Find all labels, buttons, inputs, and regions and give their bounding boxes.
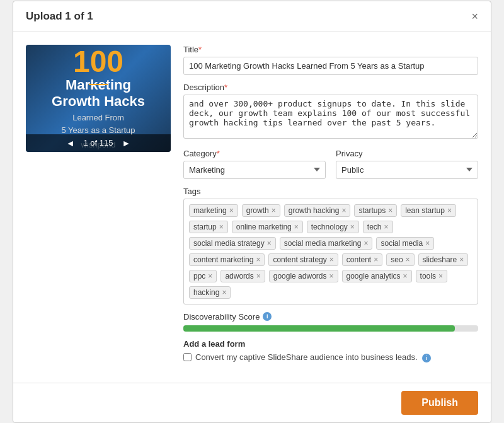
list-item: content strategy× (268, 253, 338, 266)
title-field-group: Title* (183, 45, 478, 75)
tag-remove-icon[interactable]: × (364, 240, 368, 247)
list-item: startups× (354, 204, 397, 217)
privacy-select[interactable]: Public Private (336, 161, 478, 179)
tag-remove-icon[interactable]: × (329, 272, 333, 280)
tag-remove-icon[interactable]: × (272, 207, 276, 214)
list-item: google analytics× (342, 270, 412, 282)
tag-remove-icon[interactable]: × (341, 207, 346, 214)
right-panel: Title* Description* and over 300,000+ pr… (183, 45, 478, 370)
tag-remove-icon[interactable]: × (459, 256, 464, 264)
tag-remove-icon[interactable]: × (350, 223, 355, 231)
title-label: Title* (183, 45, 478, 54)
slide-navigation: ◄ 1 of 115 ► (26, 134, 171, 152)
tag-remove-icon[interactable]: × (256, 272, 261, 280)
list-item: adwords× (220, 270, 265, 282)
list-item: hacking× (189, 286, 231, 299)
progress-bar-fill (183, 325, 455, 332)
tags-label: Tags (183, 187, 478, 196)
list-item: social media× (376, 237, 434, 250)
prev-slide-button[interactable]: ◄ (66, 138, 75, 148)
list-item: growth× (242, 204, 280, 217)
lead-form-checkbox-label: Convert my captive SlideShare audience i… (195, 352, 431, 362)
orange-divider (89, 84, 108, 85)
tag-remove-icon[interactable]: × (388, 207, 392, 214)
list-item: startup× (189, 221, 228, 233)
list-item: social media marketing× (280, 237, 373, 250)
modal-title: Upload 1 of 1 (26, 10, 93, 23)
list-item: online marketing× (232, 221, 303, 233)
tag-remove-icon[interactable]: × (374, 256, 378, 264)
slide-preview: 100 Marketing Growth Hacks Learned From … (26, 45, 171, 152)
list-item: tech× (363, 221, 393, 233)
description-field-group: Description* and over 300,000+ product s… (183, 83, 478, 141)
category-label: Category* (183, 149, 326, 158)
lead-form-section: Add a lead form Convert my captive Slide… (183, 339, 478, 362)
category-privacy-row: Category* Marketing Technology Business … (183, 149, 478, 187)
slide-counter: 1 of 115 (84, 138, 113, 148)
tag-remove-icon[interactable]: × (406, 256, 410, 264)
upload-modal: Upload 1 of 1 × 100 Marketing Growth Hac… (13, 1, 491, 423)
slide-number: 100 (73, 47, 123, 77)
progress-bar-background (183, 325, 478, 332)
lead-form-label: Add a lead form (183, 339, 478, 349)
privacy-label: Privacy (336, 149, 478, 158)
modal-body: 100 Marketing Growth Hacks Learned From … (13, 32, 491, 383)
discoverability-section: Discoverability Score i (183, 312, 478, 332)
tag-remove-icon[interactable]: × (229, 207, 234, 214)
discoverability-info-icon[interactable]: i (263, 312, 272, 321)
tag-remove-icon[interactable]: × (294, 223, 299, 231)
category-select[interactable]: Marketing Technology Business (183, 161, 326, 179)
lead-form-checkbox-row: Convert my captive SlideShare audience i… (183, 352, 478, 362)
list-item: marketing× (189, 204, 238, 217)
list-item: slideshare× (418, 253, 469, 266)
title-input[interactable] (183, 57, 478, 75)
modal-footer: Publish (13, 383, 491, 422)
close-button[interactable]: × (471, 11, 478, 22)
list-item: content marketing× (189, 253, 265, 266)
list-item: tools× (416, 270, 447, 282)
list-item: content× (342, 253, 382, 266)
tag-remove-icon[interactable]: × (256, 256, 260, 264)
tags-container: marketing×growth×growth hacking×startups… (183, 199, 478, 304)
tag-remove-icon[interactable]: × (403, 272, 408, 280)
tag-remove-icon[interactable]: × (438, 272, 443, 280)
lead-form-info-icon[interactable]: i (422, 354, 431, 362)
list-item: seo× (386, 253, 414, 266)
tag-remove-icon[interactable]: × (222, 289, 226, 296)
list-item: technology× (307, 221, 359, 233)
slide-line2: Growth Hacks (52, 93, 145, 110)
description-label: Description* (183, 83, 478, 92)
next-slide-button[interactable]: ► (122, 138, 131, 148)
list-item: social media strategy× (189, 237, 276, 250)
lead-form-checkbox[interactable] (183, 353, 192, 361)
list-item: growth hacking× (284, 204, 351, 217)
list-item: lean startup× (401, 204, 456, 217)
discoverability-label: Discoverability Score i (183, 312, 478, 322)
tag-remove-icon[interactable]: × (208, 272, 212, 280)
publish-button[interactable]: Publish (401, 391, 478, 415)
slide-line1: Marketing (66, 77, 131, 93)
tag-remove-icon[interactable]: × (219, 223, 224, 231)
slide-subtitle1: Learned From (72, 113, 124, 124)
description-textarea[interactable]: and over 300,000+ product signups to dat… (183, 95, 478, 139)
left-panel: 100 Marketing Growth Hacks Learned From … (26, 45, 171, 370)
tag-remove-icon[interactable]: × (267, 240, 272, 247)
tag-remove-icon[interactable]: × (447, 207, 452, 214)
list-item: google adwords× (269, 270, 338, 282)
tag-remove-icon[interactable]: × (425, 240, 430, 247)
modal-header: Upload 1 of 1 × (13, 1, 491, 32)
privacy-field-group: Privacy Public Private (336, 149, 478, 179)
tag-remove-icon[interactable]: × (384, 223, 389, 231)
category-field-group: Category* Marketing Technology Business (183, 149, 326, 179)
tag-remove-icon[interactable]: × (329, 256, 334, 264)
list-item: ppc× (189, 270, 217, 282)
tags-field-group: Tags marketing×growth×growth hacking×sta… (183, 187, 478, 304)
